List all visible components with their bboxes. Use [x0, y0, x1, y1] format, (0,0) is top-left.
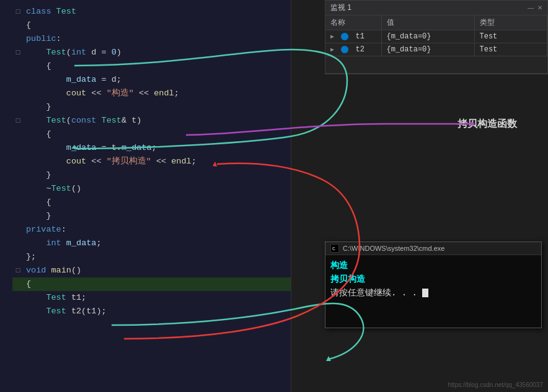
code-content: □ class Test { public: □ Test(int d = 0)…: [0, 0, 291, 323]
cmd-line-3: 请按任意键继续. . .: [330, 286, 536, 300]
cmd-line-1: 构造: [330, 259, 536, 272]
watch-col-type: 类型: [474, 15, 547, 30]
kw-class: class: [26, 5, 56, 19]
watch-value-t1: {m_data=0}: [381, 30, 474, 43]
obj-icon-t1: [341, 33, 348, 40]
code-line-18: int m_data;: [12, 237, 291, 250]
code-line-13: }: [12, 168, 291, 182]
code-line-7: cout << "构造" << endl;: [12, 87, 291, 100]
code-line-23: Test t2(t1);: [12, 305, 291, 318]
gutter-4: □: [12, 46, 24, 59]
expand-arrow-t2[interactable]: ▶: [330, 46, 334, 53]
obj-icon-t2: [341, 46, 348, 53]
code-line-22: Test t1;: [12, 291, 291, 305]
watch-panel: 监视 1 — ✕ 名称 值 类型 ▶ t1 {m_data=0} Test: [325, 0, 548, 74]
code-line-10: {: [12, 128, 291, 141]
cmd-icon: C: [330, 244, 339, 253]
code-line-9: □ Test(const Test& t): [12, 114, 291, 128]
code-line-16: }: [12, 209, 291, 223]
watermark: https://blog.csdn.net/qq_43560037: [448, 381, 543, 388]
watch-table: 名称 值 类型 ▶ t1 {m_data=0} Test ▶ t2: [325, 15, 547, 56]
watch-row-t2: ▶ t2 {m_data=0} Test: [325, 43, 547, 56]
expand-arrow-t1[interactable]: ▶: [330, 33, 334, 40]
annotation-label: 拷贝构造函数: [457, 118, 517, 131]
watch-header: 监视 1 — ✕: [325, 1, 547, 15]
watch-controls[interactable]: — ✕: [528, 4, 542, 11]
watch-value-t2: {m_data=0}: [381, 43, 474, 56]
watch-col-value: 值: [381, 15, 474, 30]
watch-name-t2: ▶ t2: [325, 43, 381, 56]
code-line-14: ~Test(): [12, 182, 291, 196]
cmd-line-2: 拷贝构造: [330, 272, 536, 286]
watch-row-t1: ▶ t1 {m_data=0} Test: [325, 30, 547, 43]
svg-marker-3: [326, 356, 331, 361]
code-line-3: public:: [12, 32, 291, 46]
code-line-17: private:: [12, 223, 291, 237]
code-line-8: }: [12, 100, 291, 114]
code-line-12: cout << "拷贝构造" << endl;: [12, 155, 291, 168]
cmd-content: 构造 拷贝构造 请按任意键继续. . .: [325, 255, 541, 303]
watch-type-t1: Test: [474, 30, 547, 43]
code-line-21: {: [12, 277, 291, 291]
code-line-2: {: [12, 19, 291, 32]
watch-name-t1: ▶ t1: [325, 30, 381, 43]
code-line-11: m_data = t.m_data;: [12, 141, 291, 155]
watch-close-button[interactable]: ✕: [537, 4, 542, 11]
watch-type-t2: Test: [474, 43, 547, 56]
code-line-4: □ Test(int d = 0): [12, 46, 291, 59]
code-line-15: {: [12, 196, 291, 209]
class-name: Test: [56, 5, 76, 19]
gutter-9: □: [12, 114, 24, 128]
cmd-cursor: [422, 289, 428, 297]
code-line-19: };: [12, 250, 291, 264]
code-line-6: m_data = d;: [12, 73, 291, 87]
code-line-1: □ class Test: [12, 5, 291, 19]
gutter-20: □: [12, 264, 24, 277]
cmd-titlebar: C C:\WINDOWS\system32\cmd.exe: [325, 242, 541, 255]
code-line-20: □ void main(): [12, 264, 291, 277]
code-line-5: {: [12, 59, 291, 73]
watch-pin-button[interactable]: —: [528, 4, 534, 11]
svg-text:C: C: [332, 246, 335, 251]
cmd-window: C C:\WINDOWS\system32\cmd.exe 构造 拷贝构造 请按…: [325, 242, 542, 328]
code-editor: □ class Test { public: □ Test(int d = 0)…: [0, 0, 291, 392]
cmd-title-text: C:\WINDOWS\system32\cmd.exe: [343, 245, 444, 252]
watch-title: 监视 1: [330, 2, 351, 13]
watch-col-name: 名称: [325, 15, 381, 30]
gutter-1: □: [12, 5, 24, 19]
